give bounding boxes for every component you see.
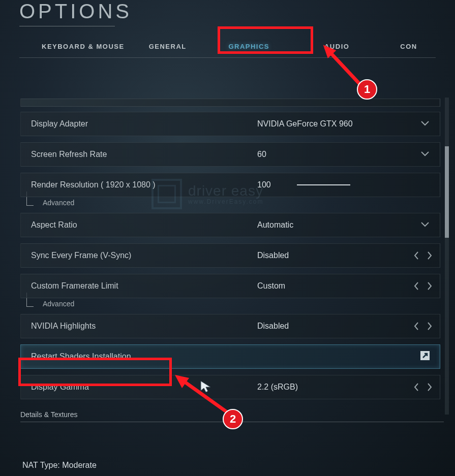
setting-value: Custom <box>257 281 440 291</box>
setting-refresh-rate-row[interactable]: Screen Refresh Rate 60 <box>20 142 440 167</box>
tab-graphics[interactable]: GRAPHICS <box>201 36 297 57</box>
footer-nat: NAT Type: Moderate <box>22 461 97 470</box>
framerate-advanced-branch: Advanced <box>20 302 455 308</box>
value-arrows <box>413 322 433 331</box>
setting-label: NVIDIA Highlights <box>21 322 257 331</box>
setting-aspect-ratio-row[interactable]: Aspect Ratio Automatic <box>20 213 440 237</box>
tabs-bar: KEYBOARD & MOUSE GENERAL GRAPHICS AUDIO … <box>0 36 455 57</box>
setting-label: Sync Every Frame (V-Sync) <box>21 251 257 260</box>
advanced-sub-label[interactable]: Advanced <box>43 300 74 308</box>
setting-label: Display Adapter <box>21 119 257 129</box>
tab-general[interactable]: GENERAL <box>135 36 201 57</box>
setting-display-gamma-row[interactable]: Display Gamma 2.2 (sRGB) <box>20 375 440 399</box>
nat-type-label: NAT Type: <box>22 461 60 469</box>
render-resolution-advanced-branch: Advanced <box>20 201 455 207</box>
scrollbar-track[interactable] <box>445 98 449 415</box>
setting-framerate-limit-row[interactable]: Custom Framerate Limit Custom <box>20 274 440 298</box>
chevron-left-icon[interactable] <box>413 383 419 392</box>
external-action-icon[interactable] <box>419 350 431 363</box>
setting-render-resolution-row[interactable]: Render Resolution ( 1920 x 1080 ) 100 <box>20 173 440 197</box>
setting-label: Screen Refresh Rate <box>21 150 257 159</box>
render-resolution-value: 100 <box>257 180 271 189</box>
list-top-sliver <box>20 99 440 107</box>
tabs-underline <box>19 57 436 58</box>
chevron-left-icon[interactable] <box>413 281 419 291</box>
setting-value: NVIDIA GeForce GTX 960 <box>257 119 440 129</box>
advanced-sub-label[interactable]: Advanced <box>43 199 74 207</box>
chevron-down-icon[interactable] <box>420 150 430 159</box>
setting-value: Automatic <box>257 220 440 230</box>
setting-nvidia-highlights-row[interactable]: NVIDIA Highlights Disabled <box>20 314 440 338</box>
setting-label: Custom Framerate Limit <box>21 281 257 291</box>
value-arrows <box>413 383 433 392</box>
tab-keyboard-mouse[interactable]: KEYBOARD & MOUSE <box>32 36 135 57</box>
chevron-right-icon[interactable] <box>427 251 433 260</box>
section-details-textures: Details & Textures <box>20 410 455 419</box>
setting-value: 100 <box>257 180 440 189</box>
setting-label: Display Gamma <box>21 383 257 392</box>
settings-scroll-area: Display Adapter NVIDIA GeForce GTX 960 S… <box>0 99 455 422</box>
setting-value: Disabled <box>257 251 440 260</box>
chevron-right-icon[interactable] <box>427 383 433 392</box>
value-arrows <box>413 281 433 291</box>
chevron-right-icon[interactable] <box>427 322 433 331</box>
section-underline <box>20 422 444 422</box>
chevron-down-icon[interactable] <box>420 119 430 129</box>
value-arrows <box>413 251 433 260</box>
setting-label: Restart Shaders Installation <box>21 352 257 361</box>
setting-label: Render Resolution ( 1920 x 1080 ) <box>21 180 257 189</box>
setting-value: 2.2 (sRGB) <box>257 383 440 392</box>
page-title: OPTIONS <box>19 0 455 23</box>
setting-label: Aspect Ratio <box>21 220 257 230</box>
nat-type-value: Moderate <box>62 461 97 469</box>
chevron-right-icon[interactable] <box>427 281 433 291</box>
tab-audio[interactable]: AUDIO <box>297 36 377 57</box>
tab-con[interactable]: CON <box>377 36 417 57</box>
setting-restart-shaders-row[interactable]: Restart Shaders Installation <box>20 344 440 369</box>
chevron-left-icon[interactable] <box>413 322 419 331</box>
chevron-down-icon[interactable] <box>420 220 430 230</box>
setting-value: Disabled <box>257 322 440 331</box>
scrollbar-thumb[interactable] <box>445 146 449 238</box>
annotation-badge-1: 1 <box>357 79 377 100</box>
title-underline <box>19 26 115 26</box>
setting-display-adapter-row[interactable]: Display Adapter NVIDIA GeForce GTX 960 <box>20 112 440 136</box>
render-resolution-slider[interactable] <box>297 184 350 185</box>
setting-vsync-row[interactable]: Sync Every Frame (V-Sync) Disabled <box>20 243 440 268</box>
setting-value: 60 <box>257 150 440 159</box>
chevron-left-icon[interactable] <box>413 251 419 260</box>
